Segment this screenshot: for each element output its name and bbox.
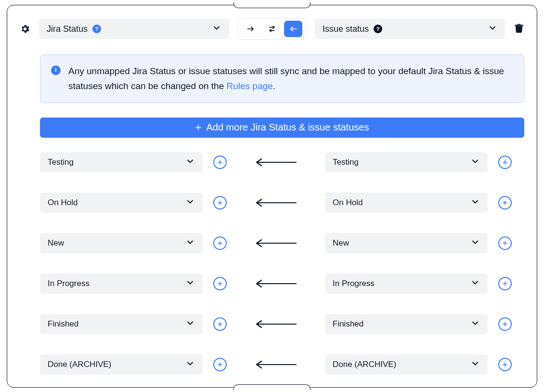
arrow-left-icon (255, 360, 297, 369)
left-status-select[interactable]: Done (ARCHIVE) (40, 354, 203, 375)
arrow-left-icon (255, 279, 297, 288)
info-text-b: . (273, 81, 275, 91)
add-left-button[interactable] (213, 156, 227, 169)
chevron-down-icon (212, 23, 221, 35)
direction-right-button[interactable] (242, 21, 260, 37)
plus-icon: + (195, 121, 202, 134)
right-status-select[interactable]: Done (ARCHIVE) (325, 354, 488, 375)
info-icon: i (51, 65, 61, 75)
arrow-left-icon (255, 198, 297, 207)
left-status-value: Testing (48, 157, 74, 167)
mapping-row: Done (ARCHIVE)Done (ARCHIVE) (40, 354, 524, 375)
chevron-down-icon (185, 237, 195, 249)
help-icon[interactable]: ? (92, 25, 101, 33)
mapping-row: NewNew (40, 233, 524, 253)
chevron-down-icon (185, 157, 195, 169)
mapping-row: FinishedFinished (40, 314, 524, 334)
right-status-value: Done (ARCHIVE) (333, 360, 396, 369)
left-status-value: Finished (48, 319, 78, 329)
add-more-button[interactable]: + Add more Jira Status & issue statuses (40, 118, 524, 138)
direction-left-button[interactable] (284, 21, 302, 37)
left-status-value: New (48, 238, 64, 248)
add-left-button[interactable] (213, 196, 227, 209)
delete-icon[interactable] (514, 23, 524, 35)
add-left-button[interactable] (213, 236, 227, 250)
right-status-value: On Hold (333, 198, 363, 208)
add-more-label: Add more Jira Status & issue statuses (206, 122, 369, 133)
chevron-down-icon (185, 318, 195, 330)
right-field-label: Issue status (323, 24, 369, 34)
mapping-row: On HoldOn Hold (40, 193, 524, 213)
add-right-button[interactable] (498, 156, 512, 169)
card-notch-top (233, 2, 311, 8)
left-field-select[interactable]: Jira Status ? (39, 19, 229, 39)
add-right-button[interactable] (498, 277, 512, 290)
right-status-value: Testing (333, 157, 359, 167)
add-left-button[interactable] (213, 317, 227, 331)
mapping-row: In ProgressIn Progress (40, 274, 524, 294)
right-status-select[interactable]: New (325, 233, 488, 253)
info-text-a: Any unmapped Jira Status or issue status… (68, 66, 504, 91)
add-right-button[interactable] (498, 317, 512, 331)
left-status-select[interactable]: On Hold (40, 193, 203, 213)
direction-toggle-group (238, 18, 306, 40)
left-status-select[interactable]: Finished (40, 314, 203, 334)
chevron-down-icon (185, 278, 195, 290)
arrow-left-icon (255, 158, 297, 167)
left-status-select[interactable]: New (40, 233, 203, 253)
chevron-down-icon (470, 157, 480, 169)
add-left-button[interactable] (213, 358, 227, 371)
help-icon[interactable]: ? (374, 25, 382, 33)
info-text: Any unmapped Jira Status or issue status… (68, 64, 513, 94)
chevron-down-icon (470, 237, 480, 249)
mapping-rows: TestingTestingOn HoldOn HoldNewNewIn Pro… (40, 152, 524, 375)
header-row: Jira Status ? Issue status ? (20, 18, 524, 40)
left-status-value: In Progress (48, 279, 90, 288)
right-status-select[interactable]: On Hold (325, 193, 488, 213)
left-status-value: On Hold (48, 198, 78, 208)
mapping-row: TestingTesting (40, 152, 524, 172)
gear-icon[interactable] (20, 24, 30, 34)
add-right-button[interactable] (498, 358, 512, 371)
info-callout: i Any unmapped Jira Status or issue stat… (40, 54, 524, 103)
add-right-button[interactable] (498, 196, 512, 209)
add-right-button[interactable] (498, 236, 512, 250)
left-status-value: Done (ARCHIVE) (48, 360, 111, 369)
add-left-button[interactable] (213, 277, 227, 290)
card-notch-bottom (233, 384, 311, 390)
chevron-down-icon (470, 318, 480, 330)
direction-both-button[interactable] (263, 21, 281, 37)
chevron-down-icon (488, 23, 497, 35)
left-field-label: Jira Status (47, 24, 88, 34)
chevron-down-icon (185, 197, 195, 209)
arrow-left-icon (255, 320, 297, 328)
chevron-down-icon (470, 278, 480, 290)
right-status-select[interactable]: In Progress (325, 274, 488, 294)
right-status-select[interactable]: Testing (325, 152, 488, 172)
arrow-left-icon (255, 239, 297, 248)
svg-rect-4 (515, 25, 523, 26)
right-status-value: In Progress (333, 279, 375, 288)
chevron-down-icon (470, 359, 480, 371)
chevron-down-icon (185, 359, 195, 371)
right-status-select[interactable]: Finished (325, 314, 488, 334)
mapping-card: Jira Status ? Issue status ? (7, 5, 537, 388)
left-status-select[interactable]: Testing (40, 152, 203, 172)
rules-page-link[interactable]: Rules page (227, 81, 273, 91)
left-status-select[interactable]: In Progress (40, 274, 203, 294)
right-field-select[interactable]: Issue status ? (315, 19, 505, 39)
right-status-value: Finished (333, 319, 363, 329)
right-status-value: New (333, 238, 349, 248)
chevron-down-icon (470, 197, 480, 209)
